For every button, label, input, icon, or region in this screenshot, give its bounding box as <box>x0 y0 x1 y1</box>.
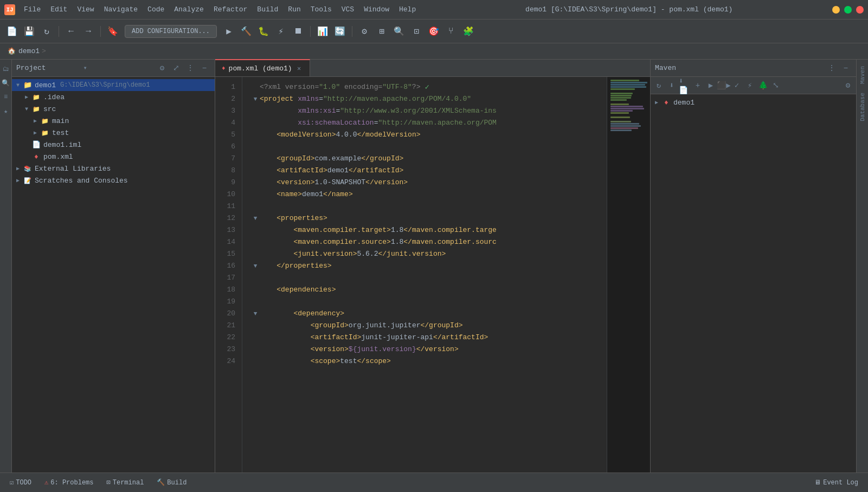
menu-refactor[interactable]: Refactor <box>209 3 252 16</box>
new-file-icon[interactable]: 📄 <box>4 24 20 39</box>
build-tab[interactable]: 🔨 Build <box>151 476 192 489</box>
minimap[interactable] <box>607 77 650 472</box>
tree-item-main[interactable]: ▶ 📁 main <box>12 115 215 127</box>
tree-item-src[interactable]: ▼ 📁 src <box>12 103 215 115</box>
menu-view[interactable]: View <box>73 3 98 16</box>
project-menu-icon[interactable]: ⋮ <box>184 62 196 74</box>
menu-window[interactable]: Window <box>359 3 394 16</box>
minimize-button[interactable] <box>832 6 840 14</box>
menu-tools[interactable]: Tools <box>306 3 336 16</box>
hotspot-icon[interactable]: 🎯 <box>426 24 441 39</box>
code-bracket-15a: < <box>293 248 298 260</box>
right-maven-label[interactable]: Maven <box>858 62 867 88</box>
tree-arrow-extlibs[interactable]: ▶ <box>16 165 23 172</box>
event-log-tab[interactable]: 🖥 Event Log <box>809 476 864 489</box>
code-editor[interactable]: 1 2 3 4 5 6 7 8 9 10 11 12 13 14 15 16 1… <box>215 77 650 472</box>
coverage-icon[interactable]: 📊 <box>315 24 330 39</box>
save-icon[interactable]: 💾 <box>22 24 37 39</box>
code-text-7: com.example <box>314 153 361 165</box>
branch-icon[interactable]: ⑂ <box>443 24 459 39</box>
project-settings-icon[interactable]: ⚙ <box>156 62 168 74</box>
build-icon[interactable]: 🔨 <box>239 24 254 39</box>
left-favorites-icon[interactable]: ★ <box>1 106 11 116</box>
maven-collapse-icon[interactable]: ⤡ <box>770 80 782 92</box>
menu-vcs[interactable]: VCS <box>337 3 358 16</box>
stop-icon[interactable]: ⏹ <box>291 24 306 39</box>
maven-minimize-icon[interactable]: − <box>840 62 852 74</box>
fold-12[interactable]: ▼ <box>251 212 260 224</box>
search-icon[interactable]: 🔍 <box>391 24 407 39</box>
back-icon[interactable]: ← <box>63 24 79 39</box>
code-line-21: <groupId>org.junit.jupiter</groupId> <box>251 320 607 332</box>
tree-arrow-demo1[interactable]: ▼ <box>16 82 23 88</box>
menu-navigate[interactable]: Navigate <box>100 3 142 16</box>
maven-download-icon[interactable]: ⬇ <box>666 80 678 92</box>
maven-skip-tests-icon[interactable]: ✓ <box>731 80 743 92</box>
fold-16[interactable]: ▼ <box>251 260 260 272</box>
terminal-label: Terminal <box>113 479 144 487</box>
tree-item-idea[interactable]: ▶ 📁 .idea <box>12 91 215 103</box>
maven-tree-icon[interactable]: 🌲 <box>757 80 769 92</box>
menu-edit[interactable]: Edit <box>46 3 72 16</box>
project-expand-icon[interactable]: ⤢ <box>170 62 182 74</box>
tree-arrow-scratches[interactable]: ▶ <box>16 177 23 184</box>
tree-arrow-main[interactable]: ▶ <box>34 118 40 124</box>
code-line-18: <dependencies> <box>251 284 607 296</box>
fold-20[interactable]: ▼ <box>251 308 260 320</box>
terminal-tab[interactable]: ⊡ Terminal <box>101 476 150 489</box>
menu-run[interactable]: Run <box>284 3 305 16</box>
profile-icon[interactable]: ⚡ <box>273 24 288 39</box>
tree-item-scratches[interactable]: ▶ 📝 Scratches and Consoles <box>12 174 215 186</box>
terminal-icon[interactable]: ⊡ <box>409 24 424 39</box>
left-structure-icon[interactable]: ≡ <box>1 92 11 102</box>
right-database-label[interactable]: Database <box>858 88 867 126</box>
run-icon[interactable]: ▶ <box>221 24 236 39</box>
maven-debug-run-icon[interactable]: ⬛▶ <box>718 80 730 92</box>
maven-add-icon[interactable]: + <box>692 80 704 92</box>
tab-close-button[interactable]: ✕ <box>295 64 303 72</box>
menu-build[interactable]: Build <box>253 3 282 16</box>
plugins-icon[interactable]: 🧩 <box>461 24 476 39</box>
project-dropdown-arrow[interactable]: ▾ <box>83 64 87 72</box>
maven-reload-icon[interactable]: ↻ <box>653 80 665 92</box>
close-button[interactable] <box>856 6 864 14</box>
tree-item-pomxml[interactable]: ▶ ♦ pom.xml <box>12 151 215 163</box>
menu-help[interactable]: Help <box>395 3 420 16</box>
forward-icon[interactable]: → <box>81 24 96 39</box>
project-close-icon[interactable]: − <box>198 62 210 74</box>
maven-download-docs-icon[interactable]: ⬇📄 <box>679 80 691 92</box>
menu-code[interactable]: Code <box>143 3 169 16</box>
breadcrumb-demo1[interactable]: demo1 <box>18 47 40 55</box>
fold-2[interactable]: ▼ <box>251 93 260 105</box>
maximize-button[interactable] <box>844 6 852 14</box>
menu-analyze[interactable]: Analyze <box>170 3 208 16</box>
tree-arrow-idea[interactable]: ▶ <box>25 94 31 100</box>
line-num-16: 16 <box>215 260 235 272</box>
problems-tab[interactable]: ⚠ 6: Problems <box>39 476 99 489</box>
maven-tree-arrow[interactable]: ▶ <box>655 99 661 106</box>
left-find-icon[interactable]: 🔍 <box>1 78 11 88</box>
maven-run-icon[interactable]: ▶ <box>705 80 717 92</box>
tree-item-demo1[interactable]: ▼ 📁 demo1 G:\IDEA\S3\Spring\demo1 <box>12 79 215 91</box>
tab-pomxml[interactable]: ♦ pom.xml (demo1) ✕ <box>215 59 310 76</box>
debug-icon[interactable]: 🐛 <box>256 24 271 39</box>
left-project-icon[interactable]: 🗂 <box>1 64 11 74</box>
reload-icon[interactable]: 🔄 <box>332 24 348 39</box>
settings-icon[interactable]: ⚙ <box>357 24 372 39</box>
add-configuration-button[interactable]: ADD CONFIGURATION... <box>125 25 217 38</box>
bookmark-icon[interactable]: 🔖 <box>105 24 120 39</box>
tree-item-test[interactable]: ▶ 📁 test <box>12 127 215 139</box>
menu-file[interactable]: File <box>20 3 45 16</box>
tree-arrow-src[interactable]: ▼ <box>25 106 31 112</box>
tree-item-ext-libs[interactable]: ▶ 📚 External Libraries <box>12 163 215 174</box>
sync-icon[interactable]: ↻ <box>39 24 54 39</box>
maven-tree-demo1[interactable]: ▶ ♦ demo1 <box>651 96 856 108</box>
todo-tab[interactable]: ☑ TODO <box>4 476 37 489</box>
code-content[interactable]: <?xml version="1.0" encoding="UTF-8"?> ✓… <box>242 77 607 472</box>
tree-item-demo1iml[interactable]: ▶ 📄 demo1.iml <box>12 139 215 151</box>
maven-generate-icon[interactable]: ⚡ <box>744 80 756 92</box>
maven-menu-icon[interactable]: ⋮ <box>826 62 838 74</box>
tree-arrow-test[interactable]: ▶ <box>34 130 40 136</box>
grid-icon[interactable]: ⊞ <box>374 24 389 39</box>
maven-settings-icon[interactable]: ⚙ <box>842 80 854 92</box>
